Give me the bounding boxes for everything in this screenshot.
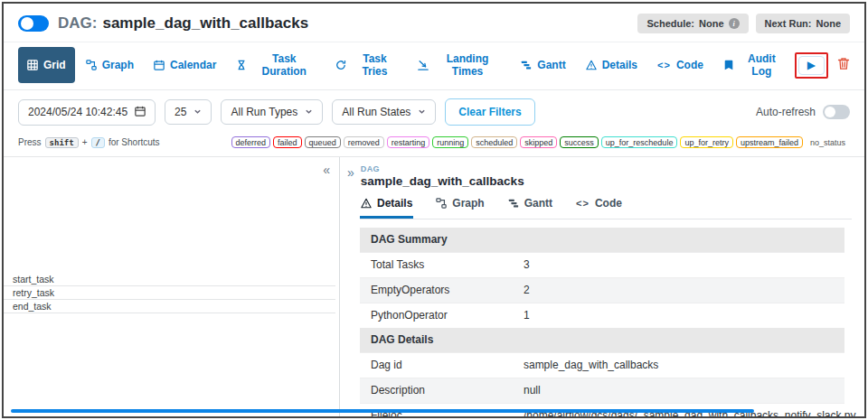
page-size-select[interactable]: 25 [165,99,212,125]
table-row-dag-id: Dag idsample_dag_with_callbacks [360,352,844,378]
row-value: 3 [524,259,834,271]
status-badge-scheduled: scheduled [471,136,517,148]
chevron-down-icon [305,106,313,118]
run-types-select[interactable]: All Run Types [221,99,323,125]
calendar-icon [135,106,146,119]
trash-icon [837,57,850,73]
filter-row: 2024/05/24 10:42:45 25 All Run Types All… [4,90,864,134]
tab-calendar[interactable]: Calendar [145,47,225,83]
grid-icon [27,60,38,70]
panel-tab-gantt[interactable]: Gantt [507,197,553,219]
row-value: sample_dag_with_callbacks [524,359,834,371]
task-list: start_taskretry_taskend_task [4,273,335,313]
calendar-icon [154,60,165,70]
tab-task-duration[interactable]: Task Duration [227,47,325,83]
panel-kicker: DAG [361,164,524,173]
panel-title: sample_dag_with_callbacks [361,174,524,188]
table-row-emptyoperators: EmptyOperators2 [360,277,844,303]
info-icon[interactable]: i [729,18,740,29]
gantt-icon [521,60,532,70]
shift-key: shift [45,137,79,148]
chevron-down-icon [193,106,202,118]
table-row-pythonoperator: PythonOperator1 [360,303,844,328]
delete-dag-button[interactable] [837,57,850,73]
status-badge-queued: queued [305,136,341,148]
status-legend: deferredfailedqueuedremovedrestartingrun… [231,136,850,148]
tab-details[interactable]: Details [577,47,646,83]
status-badge-failed: failed [273,136,302,148]
graph-icon [86,60,97,70]
graph-icon [436,198,447,209]
main-area: « start_taskretry_taskend_task » DAG sam… [4,156,864,416]
schedule-badge: Schedule: None i [637,14,748,33]
status-badge-success: success [560,136,599,148]
run-states-select[interactable]: All Run States [332,99,436,125]
status-badge-no-status: no_status [806,136,850,148]
tab-graph[interactable]: Graph [77,47,143,83]
tab-code[interactable]: <>Code [648,47,712,83]
page-title: DAG: sample_dag_with_callbacks [58,14,308,33]
legend-row: Press shift + / for Shortcuts deferredfa… [4,134,864,156]
nav-tabs-row: GridGraphCalendarTask DurationTask Tries… [4,42,864,90]
code-icon: <> [657,60,671,70]
slash-key: / [91,137,105,148]
toggle-knob [21,17,33,30]
base-date-input[interactable]: 2024/05/24 10:42:45 [18,99,156,126]
collapse-panel-icon[interactable]: « [323,163,330,177]
task-start-task[interactable]: start_task [4,273,335,286]
task-end-task[interactable]: end_task [4,300,335,313]
status-badge-restarting: restarting [387,136,430,148]
details-icon [361,198,372,209]
table-section-dag-details: DAG Details [360,328,844,352]
status-badge-upstream-failed: upstream_failed [736,136,803,148]
audit-icon [723,60,734,70]
row-value: 1 [524,310,834,322]
row-value: 2 [524,285,834,296]
chevron-down-icon [418,106,426,118]
tab-task-tries[interactable]: Task Tries [326,47,407,83]
task-retry-task[interactable]: retry_task [4,286,335,300]
row-label: Total Tasks [371,259,524,271]
dag-name: sample_dag_with_callbacks [102,14,308,33]
table-row-total-tasks: Total Tasks3 [360,252,844,277]
table-section-dag-summary: DAG Summary [360,228,844,252]
panel-tab-details[interactable]: Details [360,197,413,219]
shortcuts-hint: Press shift + / for Shortcuts [18,137,160,148]
status-badge-skipped: skipped [520,136,557,148]
row-label: Description [371,385,524,397]
dag-label: DAG: [58,14,97,33]
topbar: DAG: sample_dag_with_callbacks Schedule:… [4,4,864,42]
auto-refresh-toggle[interactable] [823,105,850,119]
table-row-description: Descriptionnull [360,378,844,403]
details-table: DAG SummaryTotal Tasks3EmptyOperators2Py… [360,228,844,416]
auto-refresh-label: Auto-refresh [756,106,816,118]
code-icon: <> [576,198,590,209]
duration-icon [236,60,247,70]
tab-audit-log[interactable]: Audit Log [714,47,793,83]
dag-pause-toggle[interactable] [18,15,49,32]
trigger-dag-button[interactable]: ▶ [798,56,825,75]
row-label: EmptyOperators [371,285,524,296]
landing-icon [418,60,429,70]
horizontal-scrollbar[interactable] [11,409,754,413]
tab-gantt[interactable]: Gantt [512,47,574,83]
tab-landing-times[interactable]: Landing Times [409,47,511,83]
panel-tab-graph[interactable]: Graph [435,197,485,219]
row-label: Dag id [371,359,524,371]
status-badge-removed: removed [344,136,384,148]
status-badge-up-for-reschedule: up_for_reschedule [601,136,678,148]
row-label: PythonOperator [371,310,524,322]
tries-icon [335,60,346,70]
gantt-icon [508,198,519,209]
panel-tab-code[interactable]: <>Code [575,197,623,219]
dag-details-panel: » DAG sample_dag_with_callbacks DetailsG… [340,157,864,416]
status-badge-deferred: deferred [231,136,271,148]
annotation-play-highlight: ▶ [795,52,828,79]
expand-panel-icon[interactable]: » [347,165,354,188]
tab-grid[interactable]: Grid [18,47,75,83]
row-value: null [524,385,834,397]
toggle-knob [825,107,835,117]
clear-filters-button[interactable]: Clear Filters [445,98,534,126]
grid-panel: « start_taskretry_taskend_task [4,157,340,416]
airflow-dag-page: DAG: sample_dag_with_callbacks Schedule:… [2,2,866,418]
